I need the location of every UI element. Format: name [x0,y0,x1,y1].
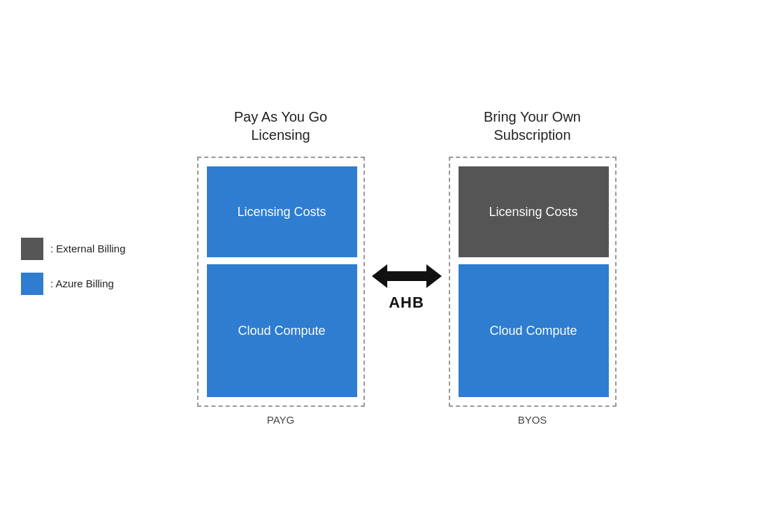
block-byos-licensing: Licensing Costs [459,166,609,257]
legend-label-external: : External Billing [50,243,126,254]
column-title-byos: Bring Your OwnSubscription [484,106,581,144]
column-label-byos: BYOS [518,414,547,426]
legend-label-azure: : Azure Billing [50,278,114,289]
double-arrow-icon [372,259,442,294]
column-byos: Bring Your OwnSubscription Licensing Cos… [449,106,617,426]
legend: : External Billing : Azure Billing [21,238,126,295]
block-byos-compute: Cloud Compute [459,264,609,397]
legend-box-external [21,238,43,260]
legend-box-azure [21,273,43,295]
column-title-payg: Pay As You GoLicensing [234,106,327,144]
block-payg-compute: Cloud Compute [207,264,357,397]
diagram-container: : External Billing : Azure Billing Pay A… [0,0,771,532]
ahb-label: AHB [389,294,424,312]
legend-item-external: : External Billing [21,238,126,260]
dashed-box-byos: Licensing Costs Cloud Compute [449,157,617,407]
column-label-payg: PAYG [267,414,294,426]
svg-marker-0 [372,264,442,288]
ahb-arrow: AHB [372,259,442,312]
main-content: Pay As You GoLicensing Licensing Costs C… [197,106,617,426]
dashed-box-payg: Licensing Costs Cloud Compute [197,157,365,407]
legend-item-azure: : Azure Billing [21,273,126,295]
block-payg-licensing: Licensing Costs [207,166,357,257]
column-payg: Pay As You GoLicensing Licensing Costs C… [197,106,365,426]
ahb-section: AHB [365,259,449,312]
